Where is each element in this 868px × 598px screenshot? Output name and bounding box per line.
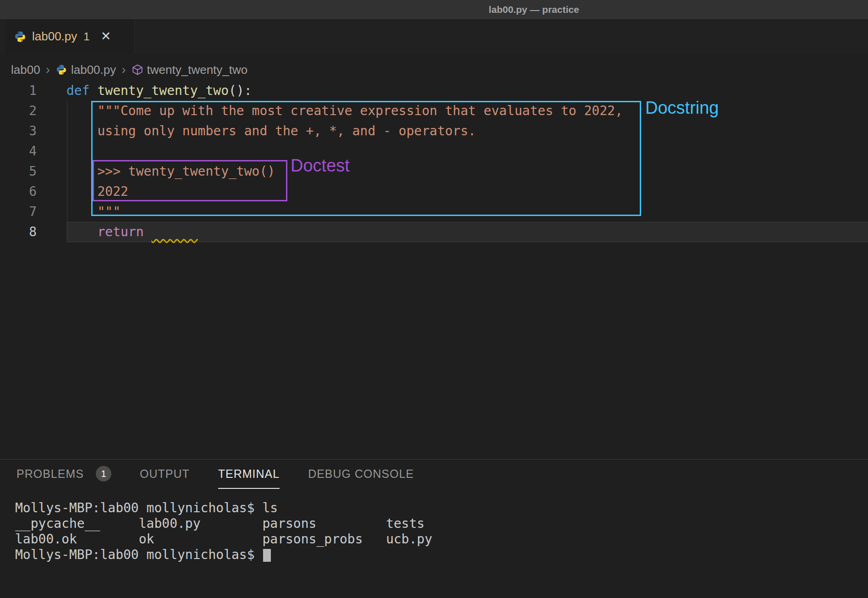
code-line[interactable]: 3 using only numbers and the +, *, and -… xyxy=(0,121,868,141)
tab-problems[interactable]: PROBLEMS 1 xyxy=(16,460,111,489)
code-line[interactable]: 5 >>> twenty_twenty_two() xyxy=(0,161,868,182)
problems-count-badge: 1 xyxy=(96,466,111,482)
code-text: 2022 xyxy=(66,182,868,202)
code-lines: 1def twenty_twenty_two():2 """Come up wi… xyxy=(0,79,868,242)
tab-output[interactable]: OUTPUT xyxy=(140,460,190,489)
line-number: 1 xyxy=(0,81,37,101)
python-icon xyxy=(14,30,27,43)
code-text: """ xyxy=(66,202,868,222)
line-number: 4 xyxy=(0,141,37,161)
chevron-right-icon: › xyxy=(121,62,126,77)
code-line[interactable]: 1def twenty_twenty_two(): xyxy=(0,81,868,101)
code-text: """Come up with the most creative expres… xyxy=(66,101,868,121)
tab-debug-console[interactable]: DEBUG CONSOLE xyxy=(308,460,414,489)
window-title: lab00.py — practice xyxy=(489,0,579,19)
code-text xyxy=(66,141,868,161)
close-icon[interactable]: ✕ xyxy=(101,30,111,43)
code-text: >>> twenty_twenty_two() xyxy=(66,161,868,182)
line-number: 7 xyxy=(0,202,37,222)
vscode-window: lab00.py — practice lab00.py 1 ✕ lab00 › xyxy=(0,0,868,598)
tab-lab00py[interactable]: lab00.py 1 ✕ xyxy=(5,19,135,54)
code-editor[interactable]: 1def twenty_twenty_two():2 """Come up wi… xyxy=(0,79,868,459)
editor-tab-bar: lab00.py 1 ✕ xyxy=(0,19,868,54)
symbol-cube-icon xyxy=(132,64,143,76)
code-text: def twenty_twenty_two(): xyxy=(66,81,868,101)
line-number: 3 xyxy=(0,121,37,141)
terminal-line: Mollys-MBP:lab00 mollynicholas$ xyxy=(15,547,868,563)
code-line[interactable]: 4 xyxy=(0,141,868,161)
breadcrumb-item-lab00py[interactable]: lab00.py xyxy=(55,63,116,77)
code-line[interactable]: 8 return xyxy=(0,222,868,242)
tab-modified-badge: 1 xyxy=(83,30,89,43)
chevron-right-icon: › xyxy=(45,62,51,77)
code-line[interactable]: 6 2022 xyxy=(0,182,868,202)
breadcrumb-item-symbol[interactable]: twenty_twenty_two xyxy=(132,63,248,77)
code-line[interactable]: 7 """ xyxy=(0,202,868,222)
terminal-line: Mollys-MBP:lab00 mollynicholas$ ls xyxy=(15,500,868,516)
title-bar: lab00.py — practice xyxy=(0,0,868,19)
code-text: using only numbers and the +, *, and - o… xyxy=(66,121,868,141)
breadcrumb: lab00 › lab00.py › twenty_twenty_two xyxy=(0,54,868,79)
code-text: return xyxy=(66,222,868,242)
warning-squiggle xyxy=(151,224,198,239)
tab-label: lab00.py xyxy=(32,29,77,44)
bottom-panel: PROBLEMS 1 OUTPUT TERMINAL DEBUG CONSOLE… xyxy=(0,459,868,598)
line-number: 2 xyxy=(0,101,37,121)
breadcrumb-item-lab00[interactable]: lab00 xyxy=(11,63,40,77)
line-number: 8 xyxy=(0,222,37,242)
python-icon xyxy=(55,64,67,76)
indent-guide xyxy=(67,101,67,238)
terminal-output[interactable]: Mollys-MBP:lab00 mollynicholas$ ls__pyca… xyxy=(15,500,868,563)
terminal-cursor xyxy=(263,549,271,562)
line-number: 5 xyxy=(0,161,37,182)
line-number: 6 xyxy=(0,182,37,202)
terminal-line: lab00.ok ok parsons_probs ucb.py xyxy=(15,532,868,547)
code-line[interactable]: 2 """Come up with the most creative expr… xyxy=(0,101,868,121)
panel-tabs: PROBLEMS 1 OUTPUT TERMINAL DEBUG CONSOLE xyxy=(0,460,868,489)
tab-terminal[interactable]: TERMINAL xyxy=(218,460,280,489)
terminal-line: __pycache__ lab00.py parsons tests xyxy=(15,516,868,532)
